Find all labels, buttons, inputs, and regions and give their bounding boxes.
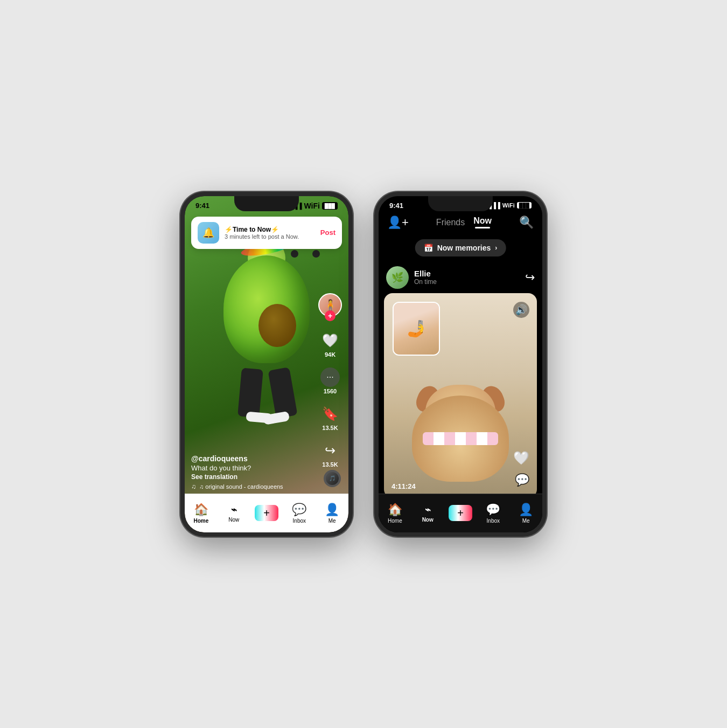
nav-me-dark[interactable]: 👤 Me bbox=[513, 503, 540, 524]
notif-title: ⚡Time to Now⚡ bbox=[225, 226, 315, 233]
home-icon: 🏠 bbox=[194, 503, 208, 517]
avo-pit bbox=[258, 304, 296, 347]
avo-legs bbox=[229, 363, 304, 417]
dog-image bbox=[407, 374, 514, 482]
create-button[interactable]: + bbox=[255, 505, 278, 521]
signal-icon-dark: ▐▐▐ bbox=[487, 202, 500, 209]
search-button[interactable]: 🔍 bbox=[519, 216, 534, 230]
share-group[interactable]: ↪ 13.5K bbox=[320, 441, 340, 468]
music-note-icon: ♫ bbox=[191, 483, 196, 490]
now-icon-dark: ⌁ bbox=[425, 504, 431, 516]
comment-group[interactable]: ··· 1560 bbox=[320, 368, 340, 394]
nav-me[interactable]: 👤 Me bbox=[319, 503, 346, 524]
creator-avatar-stack[interactable]: 🧍 + bbox=[318, 293, 342, 321]
now-icon: ⌁ bbox=[231, 504, 237, 516]
see-translation-link[interactable]: See translation bbox=[191, 473, 300, 481]
time-display: 9:41 bbox=[195, 202, 209, 210]
selfie-thumbnail: 🤳 bbox=[393, 302, 440, 356]
memories-pill[interactable]: 📅 Now memories › bbox=[415, 239, 506, 256]
like-count: 94K bbox=[325, 351, 335, 358]
sound-on-icon[interactable]: 🔊 bbox=[513, 302, 529, 318]
now-label-dark: Now bbox=[422, 517, 434, 523]
post-images-container: 🤳 🔊 4:11:24 🤍 💬 bbox=[384, 293, 537, 498]
status-bar: 9:41 ▐▐▐ WiFi ███ bbox=[185, 202, 348, 210]
post-user-avatar: 🌿 bbox=[386, 266, 409, 289]
selfie-image: 🤳 bbox=[394, 303, 439, 355]
bottom-info: @cardioqueens What do you think? See tra… bbox=[191, 454, 300, 490]
nav-home-dark[interactable]: 🏠 Home bbox=[381, 503, 408, 524]
avocado-figure bbox=[213, 239, 320, 417]
bookmark-icon: 🔖 bbox=[320, 404, 340, 424]
post-user-info[interactable]: 🌿 Ellie On time bbox=[386, 266, 437, 289]
nav-bar-phone2: 🏠 Home ⌁ Now + 💬 Inbox 👤 Me bbox=[379, 494, 542, 532]
nav-now[interactable]: ⌁ Now bbox=[220, 504, 247, 523]
sound-info-row: ♫ ♫ original sound - cardioqueens bbox=[191, 483, 300, 490]
notif-action-button[interactable]: Post bbox=[320, 228, 335, 237]
nav-inbox[interactable]: 💬 Inbox bbox=[286, 503, 313, 524]
post-share-button[interactable]: ↪ bbox=[525, 271, 535, 285]
creator-username: @cardioqueens bbox=[191, 454, 300, 463]
notif-app-icon: 🔔 bbox=[198, 222, 219, 244]
battery-icon-dark: ███ bbox=[517, 202, 532, 209]
nav-create[interactable]: + bbox=[253, 505, 280, 521]
avo-body bbox=[223, 255, 310, 363]
like-icon: 🤍 bbox=[320, 331, 340, 350]
tab-now[interactable]: Now bbox=[473, 216, 492, 228]
video-caption: What do you think? bbox=[191, 464, 300, 472]
inbox-label: Inbox bbox=[293, 518, 306, 524]
inbox-label-dark: Inbox bbox=[487, 518, 500, 524]
phones-container: 9:41 ▐▐▐ WiFi ███ 🔔 ⚡Time to Now⚡ 3 minu… bbox=[180, 192, 547, 537]
video-timestamp: 4:11:24 bbox=[392, 482, 416, 490]
now-label: Now bbox=[228, 517, 239, 523]
home-label-dark: Home bbox=[388, 518, 402, 524]
nav-home[interactable]: 🏠 Home bbox=[187, 503, 214, 524]
post-header: 🌿 Ellie On time ↪ bbox=[384, 266, 537, 293]
add-friend-button[interactable]: 👤+ bbox=[387, 216, 409, 230]
post-like-button[interactable]: 🤍 bbox=[513, 450, 529, 466]
nav-now-dark[interactable]: ⌁ Now bbox=[414, 504, 441, 523]
signal-icon: ▐▐▐ bbox=[289, 203, 302, 209]
nav-create-dark[interactable]: + bbox=[447, 505, 474, 521]
home-icon-dark: 🏠 bbox=[388, 503, 402, 517]
bookmark-count: 13.5K bbox=[322, 425, 338, 431]
tab-friends[interactable]: Friends bbox=[436, 218, 465, 227]
right-sidebar: 🧍 + 🤍 94K ··· 1560 🔖 13.5K ↪ 13.5K bbox=[318, 293, 342, 468]
inbox-icon: 💬 bbox=[292, 503, 306, 517]
share-icon: ↪ bbox=[320, 441, 340, 460]
calendar-icon: 📅 bbox=[424, 244, 433, 252]
me-label: Me bbox=[328, 518, 336, 524]
status-bar-dark: 9:41 ▐▐▐ WiFi ███ bbox=[379, 202, 542, 210]
avo-eye-right bbox=[312, 250, 320, 258]
nav-inbox-dark[interactable]: 💬 Inbox bbox=[480, 503, 507, 524]
notification-banner[interactable]: 🔔 ⚡Time to Now⚡ 3 minutes left to post a… bbox=[191, 217, 342, 249]
post-username: Ellie bbox=[414, 269, 437, 278]
like-group[interactable]: 🤍 94K bbox=[320, 331, 340, 358]
nav-bar-phone1: 🏠 Home ⌁ Now + 💬 Inbox 👤 Me bbox=[185, 494, 348, 532]
wifi-icon-dark: WiFi bbox=[502, 202, 515, 209]
bookmark-group[interactable]: 🔖 13.5K bbox=[320, 404, 340, 431]
create-button-dark[interactable]: + bbox=[449, 505, 472, 521]
share-count: 13.5K bbox=[322, 461, 338, 468]
home-label: Home bbox=[193, 518, 208, 524]
tab-active-indicator bbox=[475, 227, 490, 228]
leg-right bbox=[268, 367, 297, 419]
notif-subtitle: 3 minutes left to post a Now. bbox=[225, 233, 315, 240]
chevron-right-icon: › bbox=[495, 244, 497, 252]
phone-2: 9:41 ▐▐▐ WiFi ███ 👤+ Friends Now bbox=[374, 192, 547, 537]
profile-icon: 👤 bbox=[325, 503, 339, 517]
post-timing: On time bbox=[414, 278, 437, 286]
phone2-screen: 9:41 ▐▐▐ WiFi ███ 👤+ Friends Now bbox=[379, 196, 542, 532]
me-label-dark: Me bbox=[522, 518, 530, 524]
wifi-icon: WiFi bbox=[304, 202, 319, 210]
follow-button[interactable]: + bbox=[325, 310, 335, 321]
memories-label: Now memories bbox=[437, 244, 491, 252]
avo-eye-left bbox=[291, 250, 298, 258]
profile-icon-dark: 👤 bbox=[519, 503, 533, 517]
leg-left bbox=[237, 368, 263, 418]
post-user-details: Ellie On time bbox=[414, 269, 437, 286]
post-comment-button[interactable]: 💬 bbox=[515, 473, 529, 487]
sound-name: ♫ original sound - cardioqueens bbox=[199, 483, 283, 490]
time-display-dark: 9:41 bbox=[389, 202, 403, 210]
dog-scarf bbox=[423, 432, 498, 445]
comment-count: 1560 bbox=[324, 388, 337, 394]
